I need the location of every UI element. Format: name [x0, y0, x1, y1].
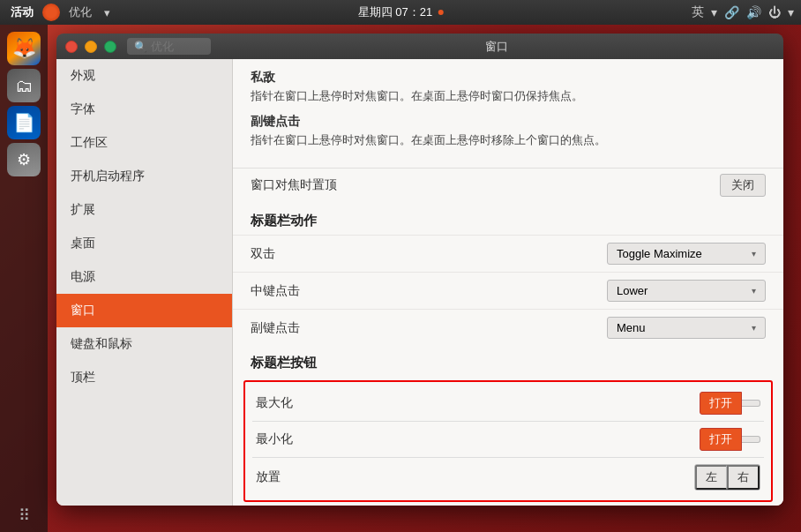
sidebar-label-extensions: 扩展	[71, 202, 95, 218]
titlebar-buttons-section: 最大化 打开 最小化 打开	[243, 380, 773, 502]
middle-click-row: 中键点击 Lower ▾	[233, 272, 783, 309]
double-click-dropdown[interactable]: Toggle Maximize ▾	[607, 243, 766, 265]
minimize-label: 最小化	[256, 431, 293, 447]
topbar: 活动 优化 ▾ 星期四 07：21 英 ▾ 🔗 🔊 ⏻ ▾	[0, 0, 801, 25]
search-icon: 🔍	[134, 41, 147, 53]
sidebar-item-extensions[interactable]: 扩展	[56, 193, 232, 227]
right-click-dropdown[interactable]: Menu ▾	[607, 317, 766, 339]
sidebar-item-power[interactable]: 电源	[56, 260, 232, 294]
right-click-row: 副键点击 Menu ▾	[233, 309, 783, 346]
desktop: 🦊 🗂 📄 ⚙ ⠿ 🔍 窗口	[0, 25, 801, 532]
datetime-label: 星期四 07：21	[358, 4, 433, 20]
sidebar-label-topbar: 顶栏	[71, 370, 95, 386]
power-icon[interactable]: ⏻	[768, 5, 781, 19]
topbar-right: 英 ▾ 🔗 🔊 ⏻ ▾	[692, 4, 794, 20]
sidebar-item-keyboard[interactable]: 键盘和鼠标	[56, 327, 232, 361]
topbar-datetime: 星期四 07：21	[358, 4, 444, 20]
double-click-value: Toggle Maximize	[617, 247, 702, 260]
focus-title-1: 私敌	[251, 70, 766, 86]
window-body: 外观 字体 工作区 开机启动程序 扩展 桌面 电源	[56, 59, 783, 506]
ubuntu-icon	[42, 4, 60, 21]
placement-row: 放置 左 右	[245, 458, 771, 497]
sidebar-item-workspace[interactable]: 工作区	[56, 126, 232, 160]
app-name-label[interactable]: 优化	[65, 3, 95, 22]
window-maximize-button[interactable]	[104, 41, 116, 53]
main-window: 🔍 窗口 外观 字体 工作区 开机启动程序	[56, 34, 783, 506]
sidebar-item-appearance[interactable]: 外观	[56, 59, 232, 93]
sidebar-label-window: 窗口	[71, 303, 95, 318]
minimize-row: 最小化 打开	[245, 422, 771, 457]
sidebar: 外观 字体 工作区 开机启动程序 扩展 桌面 电源	[56, 59, 233, 506]
sidebar-label-startup: 开机启动程序	[71, 169, 145, 184]
focus-on-top-row: 窗口对焦时置顶 关闭	[233, 168, 783, 202]
sidebar-label-fonts: 字体	[71, 101, 95, 117]
window-titlebar: 🔍 窗口	[56, 34, 783, 59]
window-minimize-button[interactable]	[85, 41, 97, 53]
minimize-off-button[interactable]	[742, 436, 760, 443]
focus-on-top-label: 窗口对焦时置顶	[251, 177, 337, 193]
language-button[interactable]: 英	[692, 4, 704, 20]
activities-button[interactable]: 活动	[7, 3, 37, 22]
focus-title-2: 副键点击	[251, 114, 766, 130]
dock: 🦊 🗂 📄 ⚙ ⠿	[0, 25, 48, 532]
sidebar-label-keyboard: 键盘和鼠标	[71, 336, 132, 352]
sidebar-item-startup[interactable]: 开机启动程序	[56, 160, 232, 193]
dock-writer-icon[interactable]: 📄	[7, 106, 41, 139]
content-area: 私敌 指针在窗口上悬停时对焦窗口。在桌面上悬停时窗口仍保持焦点。 副键点击 指针…	[233, 59, 783, 506]
middle-click-arrow-icon: ▾	[752, 286, 756, 296]
dock-apps-button[interactable]: ⠿	[19, 506, 30, 525]
middle-click-dropdown[interactable]: Lower ▾	[607, 280, 766, 302]
dock-settings-icon[interactable]: ⚙	[7, 143, 41, 176]
right-click-label: 副键点击	[251, 320, 300, 336]
double-click-label: 双击	[251, 246, 275, 262]
network-icon[interactable]: 🔗	[724, 5, 739, 19]
double-click-row: 双击 Toggle Maximize ▾	[233, 235, 783, 272]
system-menu-arrow[interactable]: ▾	[788, 5, 794, 19]
maximize-toggle-group: 打开	[700, 392, 760, 415]
notification-dot	[438, 10, 443, 15]
lang-arrow-icon[interactable]: ▾	[711, 5, 717, 19]
right-click-arrow-icon: ▾	[752, 323, 756, 333]
dock-files-icon[interactable]: 🗂	[7, 69, 41, 102]
placement-label: 放置	[256, 469, 281, 485]
placement-right-button[interactable]: 右	[727, 465, 760, 490]
sidebar-label-desktop: 桌面	[71, 236, 95, 251]
maximize-on-button[interactable]: 打开	[700, 392, 742, 415]
topbar-left: 活动 优化 ▾	[7, 3, 114, 22]
search-box[interactable]: 🔍	[127, 38, 211, 55]
right-click-value: Menu	[617, 321, 646, 334]
placement-group: 左 右	[694, 464, 760, 491]
window-title: 窗口	[218, 39, 775, 55]
sidebar-label-power: 电源	[71, 269, 95, 285]
sidebar-label-appearance: 外观	[71, 68, 95, 84]
titlebar-actions-header: 标题栏动作	[233, 202, 783, 235]
sidebar-item-window[interactable]: 窗口	[56, 294, 232, 327]
middle-click-label: 中键点击	[251, 283, 300, 299]
titlebar-buttons-header: 标题栏按钮	[233, 346, 783, 377]
maximize-row: 最大化 打开	[245, 386, 771, 421]
dock-firefox-icon[interactable]: 🦊	[7, 32, 41, 65]
maximize-off-button[interactable]	[742, 400, 760, 407]
volume-icon[interactable]: 🔊	[746, 5, 761, 19]
search-input[interactable]	[151, 40, 204, 53]
sidebar-item-topbar[interactable]: 顶栏	[56, 361, 232, 394]
middle-click-value: Lower	[617, 284, 648, 297]
focus-desc-2: 指针在窗口上悬停时对焦窗口。在桌面上悬停时移除上个窗口的焦点。	[251, 131, 766, 149]
focus-option-2: 副键点击 指针在窗口上悬停时对焦窗口。在桌面上悬停时移除上个窗口的焦点。	[251, 114, 766, 149]
maximize-label: 最大化	[256, 395, 293, 411]
sidebar-item-desktop[interactable]: 桌面	[56, 227, 232, 260]
focus-option-1: 私敌 指针在窗口上悬停时对焦窗口。在桌面上悬停时窗口仍保持焦点。	[251, 70, 766, 105]
sidebar-item-fonts[interactable]: 字体	[56, 93, 232, 126]
placement-left-button[interactable]: 左	[695, 465, 727, 490]
focus-desc-1: 指针在窗口上悬停时对焦窗口。在桌面上悬停时窗口仍保持焦点。	[251, 87, 766, 105]
focus-section: 私敌 指针在窗口上悬停时对焦窗口。在桌面上悬停时窗口仍保持焦点。 副键点击 指针…	[233, 59, 783, 168]
focus-close-button[interactable]: 关闭	[720, 174, 766, 197]
minimize-toggle-group: 打开	[700, 428, 760, 451]
double-click-arrow-icon: ▾	[752, 249, 756, 259]
minimize-on-button[interactable]: 打开	[700, 428, 742, 451]
window-close-button[interactable]	[65, 41, 78, 53]
app-menu-arrow-icon[interactable]: ▾	[101, 4, 114, 21]
sidebar-label-workspace: 工作区	[71, 135, 108, 151]
